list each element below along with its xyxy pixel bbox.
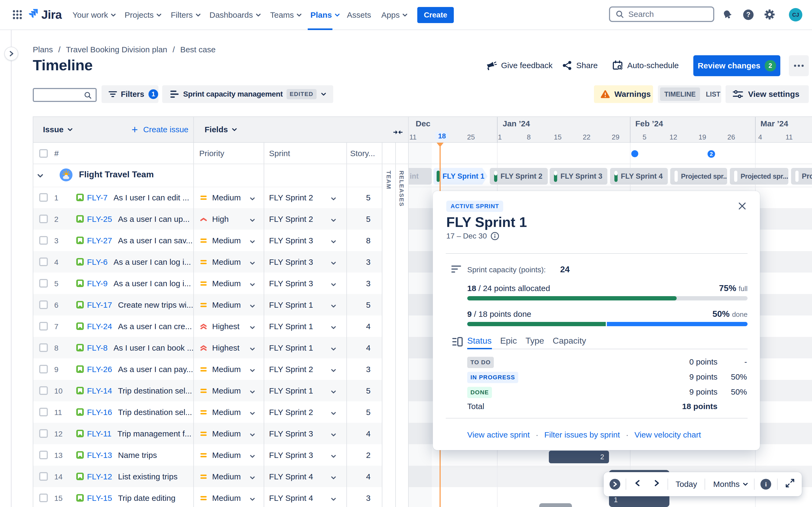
svg-text:?: ? [746, 11, 750, 18]
